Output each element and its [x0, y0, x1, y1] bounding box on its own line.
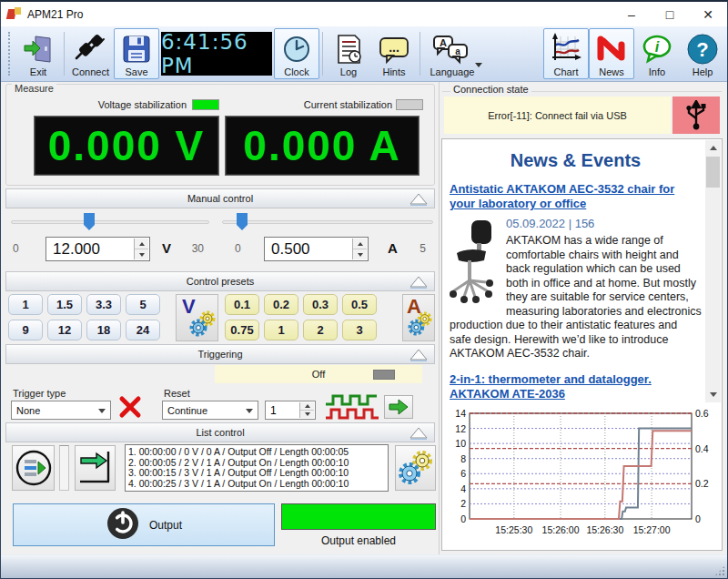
reset-select[interactable]: Continue: [162, 401, 258, 420]
list-step-button[interactable]: [75, 445, 116, 491]
news-chart: 15:25:3015:26:0015:26:3015:27:0002468101…: [444, 406, 720, 548]
scroll-up-arrow[interactable]: [705, 140, 721, 156]
minimize-button[interactable]: –: [612, 2, 651, 26]
news-article-link[interactable]: 2-in-1: thermometer and datalogger. AKTA…: [450, 372, 702, 401]
log-button[interactable]: Log: [326, 28, 371, 79]
resize-grip[interactable]: [715, 566, 724, 575]
voltage-preset-config-button[interactable]: V: [176, 294, 218, 341]
gears-icon: [189, 310, 217, 340]
list-step-item[interactable]: 3. 00:00:15 / 3 V / 1 A / Output Off / L…: [128, 468, 388, 479]
triggering-header[interactable]: Triggering: [5, 344, 435, 364]
trigger-count-input[interactable]: 1: [265, 401, 316, 420]
current-preset-button[interactable]: 0.5: [342, 294, 377, 315]
current-stabilization-label: Current stabilization: [223, 99, 392, 110]
exit-button[interactable]: Exit: [15, 28, 61, 79]
current-slider-group: 0 0.500 A 5: [220, 209, 435, 269]
hints-label: Hints: [382, 66, 405, 77]
news-article-link[interactable]: Antistatic AKTAKOM AEC-3532 chair for yo…: [450, 182, 702, 211]
current-spinner[interactable]: [352, 239, 367, 259]
step-list[interactable]: 1. 00:00:00 / 0 V / 0 A / Output Off / L…: [125, 444, 389, 492]
info-bubble-icon: i: [641, 32, 673, 66]
current-stabilization-indicator: [396, 99, 423, 110]
voltage-preset-button[interactable]: 5: [126, 294, 160, 315]
trigger-count-spinner[interactable]: [299, 402, 314, 418]
list-config-button[interactable]: [395, 445, 436, 491]
list-step-item[interactable]: 1. 00:00:00 / 0 V / 0 A / Output Off / L…: [128, 447, 388, 458]
svg-text:15:26:00: 15:26:00: [542, 524, 580, 535]
control-presets-header-label: Control presets: [187, 276, 255, 287]
current-preset-button[interactable]: 0.2: [264, 294, 298, 315]
log-label: Log: [340, 66, 357, 77]
current-slider-track[interactable]: [222, 220, 433, 224]
chart-label: Chart: [554, 66, 579, 77]
current-preset-button[interactable]: 2: [303, 320, 338, 340]
voltage-spinner[interactable]: [134, 239, 148, 259]
clock-button[interactable]: Clock: [274, 28, 319, 79]
voltage-presets: 1 1.5 3.3 5 9 12 18 24: [8, 294, 160, 340]
control-presets-header[interactable]: Control presets: [5, 271, 435, 291]
info-button[interactable]: i Info: [634, 28, 680, 79]
collapse-triangle-icon[interactable]: [408, 191, 430, 208]
voltage-slider-track[interactable]: [11, 220, 209, 224]
clock-icon: [282, 32, 311, 66]
current-preset-button[interactable]: 0.1: [225, 294, 259, 315]
scroll-down-arrow[interactable]: [705, 387, 721, 402]
current-value-input[interactable]: 0.500: [264, 237, 369, 261]
reset-label: Reset: [164, 388, 190, 399]
list-control-header[interactable]: List control: [5, 422, 435, 442]
voltage-preset-button[interactable]: 9: [8, 320, 43, 340]
connect-button[interactable]: Connect: [67, 28, 114, 79]
voltage-value-input[interactable]: 12.000: [46, 237, 150, 261]
list-run-button[interactable]: [12, 445, 55, 491]
current-preset-button[interactable]: 0.75: [225, 320, 259, 340]
current-slider-thumb[interactable]: [237, 213, 248, 230]
voltage-preset-button[interactable]: 18: [86, 320, 121, 340]
news-scrollbar[interactable]: [705, 140, 721, 402]
trigger-type-value: None: [16, 405, 40, 416]
manual-control-header[interactable]: Manual control: [5, 188, 435, 208]
waveform-icon: [324, 391, 379, 422]
trigger-type-label: Trigger type: [13, 388, 66, 399]
voltage-preset-button[interactable]: 3.3: [86, 294, 121, 315]
voltage-max-label: 30: [192, 242, 204, 255]
trigger-run-button[interactable]: [384, 395, 413, 419]
language-button[interactable]: A a Language: [423, 28, 481, 79]
clock-display: 6:41:56 PM: [161, 32, 272, 76]
trigger-state-label: Off: [312, 369, 325, 380]
language-dropdown-caret[interactable]: [475, 63, 482, 67]
svg-text:0.6: 0.6: [695, 408, 709, 419]
measure-group-label: Measure: [12, 83, 56, 94]
measure-group: Measure Voltage stabilization Current st…: [5, 84, 435, 186]
collapse-triangle-icon[interactable]: [408, 425, 430, 442]
collapse-triangle-icon[interactable]: [408, 274, 430, 291]
current-max-label: 5: [420, 242, 426, 255]
trigger-type-select[interactable]: None: [11, 401, 111, 420]
list-progress-bar: [59, 445, 69, 491]
voltage-preset-button[interactable]: 1.5: [47, 294, 82, 315]
voltage-slider-thumb[interactable]: [84, 213, 95, 230]
current-preset-button[interactable]: 0.3: [303, 294, 338, 315]
current-preset-button[interactable]: 1: [264, 320, 298, 340]
news-button[interactable]: News: [589, 28, 634, 79]
voltage-preset-button[interactable]: 24: [126, 320, 160, 340]
voltage-preset-button[interactable]: 12: [47, 320, 82, 340]
current-preset-button[interactable]: 3: [342, 320, 377, 340]
voltage-stabilization-label: Voltage stabilization: [6, 99, 187, 110]
connection-error-bar: Error[-11]: Connect fail via USB: [444, 96, 671, 134]
svg-text:2: 2: [460, 498, 466, 509]
manual-control-header-label: Manual control: [187, 193, 253, 204]
connect-plugs-icon: [74, 32, 106, 66]
close-button[interactable]: ✕: [689, 2, 727, 26]
output-button[interactable]: Output: [13, 503, 275, 546]
collapse-triangle-icon[interactable]: [408, 347, 430, 364]
maximize-button[interactable]: □: [651, 2, 689, 26]
hints-button[interactable]: ... Hints: [371, 28, 417, 79]
voltage-preset-button[interactable]: 1: [8, 294, 43, 315]
list-step-item[interactable]: 4. 00:00:25 / 3 V / 1 A / Output On / Le…: [128, 479, 388, 490]
help-button[interactable]: ? Help: [680, 28, 725, 79]
chart-button[interactable]: Chart: [543, 28, 589, 79]
help-label: Help: [693, 66, 713, 77]
scrollbar-thumb[interactable]: [706, 157, 720, 188]
save-button[interactable]: Save: [114, 28, 159, 79]
current-preset-config-button[interactable]: A: [402, 294, 435, 341]
